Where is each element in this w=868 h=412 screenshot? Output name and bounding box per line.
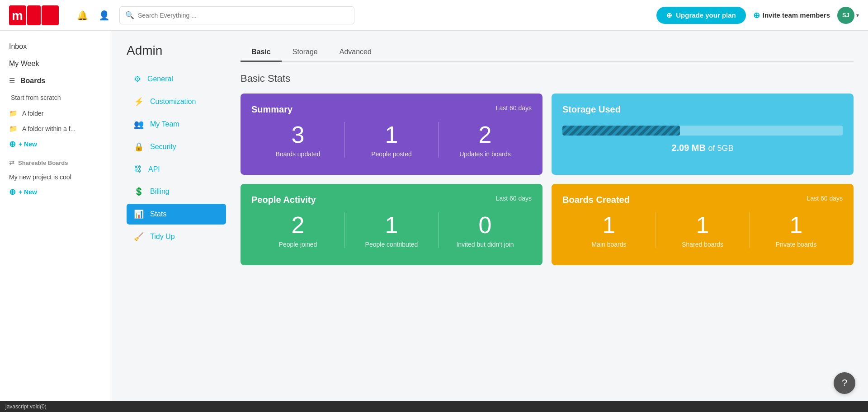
folder2-label: A folder within a f... — [22, 125, 75, 132]
admin-layout: Admin ⚙General⚡Customization👥My Team🔒Sec… — [127, 43, 854, 265]
tab-basic[interactable]: Basic — [241, 43, 282, 62]
stat-label: Private boards — [750, 241, 843, 248]
tab-advanced[interactable]: Advanced — [329, 43, 382, 62]
upgrade-icon: ⊕ — [666, 11, 672, 19]
svg-rect-2 — [42, 5, 59, 25]
admin-nav-item-customization[interactable]: ⚡Customization — [127, 91, 226, 112]
admin-nav-item-security[interactable]: 🔒Security — [127, 136, 226, 157]
tab-storage[interactable]: Storage — [282, 43, 329, 62]
admin-nav: ⚙General⚡Customization👥My Team🔒Security⛓… — [127, 69, 226, 247]
sidebar-item-myweek[interactable]: My Week — [0, 55, 112, 72]
shareable-section: ⇄ Shareable Boards My new project is coo… — [0, 155, 112, 200]
people-stats: 2People joined1People contributed0Invite… — [251, 212, 532, 248]
storage-bar-fill — [562, 126, 680, 136]
chevron-down-icon: ▾ — [856, 12, 859, 19]
customization-label: Customization — [150, 98, 196, 106]
nav-icon-group: 🔔 👤 — [74, 7, 112, 23]
search-input[interactable] — [138, 12, 349, 19]
tidyup-icon: 🧹 — [134, 232, 144, 242]
summary-card-title: Summary — [251, 104, 292, 115]
admin-sidebar: Admin ⚙General⚡Customization👥My Team🔒Sec… — [127, 43, 226, 265]
admin-nav-item-tidyup[interactable]: 🧹Tidy Up — [127, 226, 226, 247]
notifications-icon[interactable]: 🔔 — [74, 7, 90, 23]
stat-value: 1 — [562, 212, 656, 238]
myteam-icon: 👥 — [134, 119, 144, 129]
admin-nav-item-stats[interactable]: 📊Stats — [127, 204, 226, 225]
general-icon: ⚙ — [134, 74, 141, 84]
admin-main-panel: BasicStorageAdvanced Basic Stats Summary… — [241, 43, 854, 265]
avatar-wrapper[interactable]: SJ ▾ — [837, 7, 859, 24]
shareable-item[interactable]: My new project is cool — [0, 170, 112, 184]
invite-plus-icon: ⊕ — [753, 10, 760, 20]
storage-card-title: Storage Used — [562, 104, 621, 115]
boards-stat: 1Main boards — [562, 212, 656, 248]
boards-created-card: Boards Created Last 60 days 1Main boards… — [552, 184, 854, 265]
billing-icon: 💲 — [134, 187, 144, 197]
sidebar-item-start-from-scratch[interactable]: Start from scratch — [0, 89, 112, 106]
tabs: BasicStorageAdvanced — [241, 43, 854, 62]
stat-value: 2 — [251, 212, 344, 238]
stats-grid: Summary Last 60 days 3Boards updated1Peo… — [241, 94, 854, 265]
summary-card-header: Summary Last 60 days — [251, 104, 532, 115]
storage-bar-bg — [562, 126, 843, 136]
sidebar: Inbox My Week ☰ Boards Start from scratc… — [0, 31, 112, 401]
start-scratch-label: Start from scratch — [11, 94, 61, 101]
top-navigation: m 🔔 👤 🔍 ⊕ Upgrade your plan ⊕ Invite tea… — [0, 0, 868, 31]
topnav-right: ⊕ Upgrade your plan ⊕ Invite team member… — [656, 7, 859, 24]
stat-value: 2 — [439, 122, 532, 148]
help-button[interactable]: ? — [834, 372, 855, 394]
admin-nav-item-api[interactable]: ⛓API — [127, 159, 226, 179]
people-activity-header: People Activity Last 60 days — [251, 195, 532, 205]
sidebar-item-inbox[interactable]: Inbox — [0, 38, 112, 55]
stat-label: People contributed — [345, 241, 438, 248]
admin-nav-item-myteam[interactable]: 👥My Team — [127, 114, 226, 135]
summary-card: Summary Last 60 days 3Boards updated1Peo… — [241, 94, 542, 175]
team-icon[interactable]: 👤 — [96, 7, 112, 23]
app-body: Inbox My Week ☰ Boards Start from scratc… — [0, 31, 868, 401]
share-icon: ⇄ — [9, 159, 14, 166]
stat-label: People joined — [251, 241, 344, 248]
plus-icon: ⊕ — [9, 139, 16, 149]
security-label: Security — [150, 143, 176, 151]
stats-icon: 📊 — [134, 209, 144, 219]
summary-card-subtitle: Last 60 days — [496, 104, 532, 112]
boards-stat: 1Private boards — [749, 212, 843, 248]
folder1-label: A folder — [22, 110, 43, 117]
admin-nav-item-general[interactable]: ⚙General — [127, 69, 226, 89]
myweek-label: My Week — [9, 60, 39, 68]
search-bar[interactable]: 🔍 — [119, 6, 354, 24]
stat-label: Updates in boards — [439, 150, 532, 158]
invite-button[interactable]: ⊕ Invite team members — [753, 10, 830, 20]
admin-nav-item-billing[interactable]: 💲Billing — [127, 181, 226, 202]
sidebar-folder2[interactable]: 📁 A folder within a f... — [0, 121, 112, 136]
boards-created-title: Boards Created — [562, 195, 630, 205]
folder2-icon: 📁 — [9, 125, 18, 133]
people-stat: 2People joined — [251, 212, 344, 248]
menu-icon: ☰ — [9, 77, 15, 85]
tidyup-label: Tidy Up — [150, 233, 175, 241]
boards-stats: 1Main boards1Shared boards1Private board… — [562, 212, 843, 248]
new-shareable-button[interactable]: ⊕ + New — [0, 184, 112, 200]
shareable-boards-title[interactable]: ⇄ Shareable Boards — [0, 155, 112, 170]
stat-label: Shared boards — [656, 241, 749, 248]
stat-value: 1 — [656, 212, 749, 238]
stat-value: 0 — [439, 212, 532, 238]
people-activity-subtitle: Last 60 days — [496, 195, 532, 202]
stats-label: Stats — [150, 210, 166, 218]
stat-value: 1 — [345, 212, 438, 238]
billing-label: Billing — [150, 187, 170, 196]
admin-title: Admin — [127, 43, 226, 58]
upgrade-label: Upgrade your plan — [676, 11, 736, 19]
main-content: Admin ⚙General⚡Customization👥My Team🔒Sec… — [112, 31, 868, 401]
sidebar-item-boards[interactable]: ☰ Boards — [0, 72, 112, 89]
help-icon: ? — [842, 377, 847, 389]
people-stat: 1People contributed — [344, 212, 438, 248]
storage-of: of — [708, 144, 717, 153]
people-activity-card: People Activity Last 60 days 2People joi… — [241, 184, 542, 265]
app-logo[interactable]: m — [9, 4, 63, 27]
summary-stat: 3Boards updated — [251, 122, 344, 158]
new-board-button[interactable]: ⊕ + New — [0, 136, 112, 152]
sidebar-folder1[interactable]: 📁 A folder — [0, 106, 112, 121]
upgrade-button[interactable]: ⊕ Upgrade your plan — [656, 7, 746, 24]
invite-label: Invite team members — [763, 11, 830, 19]
